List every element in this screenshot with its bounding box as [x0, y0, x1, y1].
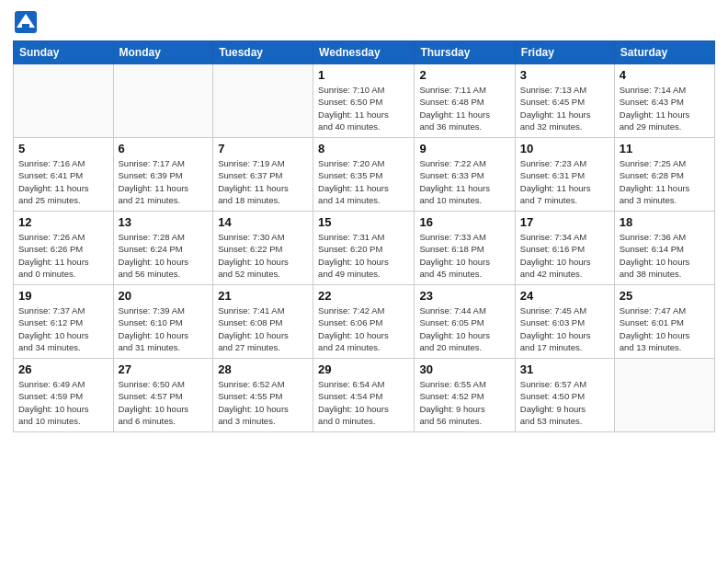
day-number: 6: [119, 142, 209, 155]
day-info: Sunrise: 6:50 AM Sunset: 4:57 PM Dayligh…: [119, 378, 209, 427]
day-info: Sunrise: 7:22 AM Sunset: 6:33 PM Dayligh…: [419, 157, 509, 206]
day-number: 17: [520, 215, 609, 229]
day-number: 7: [218, 142, 308, 155]
day-number: 2: [419, 68, 509, 82]
calendar-cell: 31Sunrise: 6:57 AM Sunset: 4:50 PM Dayli…: [515, 359, 614, 432]
day-info: Sunrise: 7:31 AM Sunset: 6:20 PM Dayligh…: [318, 231, 409, 280]
week-row-2: 12Sunrise: 7:26 AM Sunset: 6:26 PM Dayli…: [14, 212, 715, 285]
svg-rect-2: [22, 24, 29, 29]
calendar-cell: [614, 359, 714, 432]
calendar-cell: 21Sunrise: 7:41 AM Sunset: 6:08 PM Dayli…: [213, 285, 313, 359]
week-row-0: 1Sunrise: 7:10 AM Sunset: 6:50 PM Daylig…: [14, 64, 715, 138]
week-row-4: 26Sunrise: 6:49 AM Sunset: 4:59 PM Dayli…: [14, 359, 715, 432]
day-info: Sunrise: 7:41 AM Sunset: 6:08 PM Dayligh…: [218, 304, 308, 353]
weekday-header-friday: Friday: [515, 41, 614, 64]
day-number: 19: [18, 289, 108, 303]
day-info: Sunrise: 7:16 AM Sunset: 6:41 PM Dayligh…: [18, 157, 108, 206]
day-info: Sunrise: 7:11 AM Sunset: 6:48 PM Dayligh…: [419, 84, 509, 132]
page: SundayMondayTuesdayWednesdayThursdayFrid…: [0, 0, 728, 563]
day-info: Sunrise: 7:39 AM Sunset: 6:10 PM Dayligh…: [119, 304, 209, 353]
day-info: Sunrise: 7:14 AM Sunset: 6:43 PM Dayligh…: [620, 84, 710, 132]
calendar-cell: 19Sunrise: 7:37 AM Sunset: 6:12 PM Dayli…: [14, 285, 114, 359]
day-number: 22: [318, 289, 409, 303]
calendar-cell: 5Sunrise: 7:16 AM Sunset: 6:41 PM Daylig…: [14, 138, 114, 212]
calendar-cell: 17Sunrise: 7:34 AM Sunset: 6:16 PM Dayli…: [515, 212, 614, 285]
day-number: 12: [18, 215, 108, 229]
weekday-header-saturday: Saturday: [614, 41, 714, 64]
calendar-cell: 20Sunrise: 7:39 AM Sunset: 6:10 PM Dayli…: [113, 285, 213, 359]
day-info: Sunrise: 6:57 AM Sunset: 4:50 PM Dayligh…: [520, 378, 609, 427]
day-number: 5: [18, 142, 108, 155]
calendar-cell: 29Sunrise: 6:54 AM Sunset: 4:54 PM Dayli…: [313, 359, 415, 432]
calendar-cell: 24Sunrise: 7:45 AM Sunset: 6:03 PM Dayli…: [515, 285, 614, 359]
day-number: 9: [419, 142, 509, 155]
day-info: Sunrise: 7:45 AM Sunset: 6:03 PM Dayligh…: [520, 304, 609, 353]
calendar-cell: 26Sunrise: 6:49 AM Sunset: 4:59 PM Dayli…: [14, 359, 114, 432]
day-info: Sunrise: 6:49 AM Sunset: 4:59 PM Dayligh…: [18, 378, 108, 427]
week-row-1: 5Sunrise: 7:16 AM Sunset: 6:41 PM Daylig…: [14, 138, 715, 212]
calendar-cell: 11Sunrise: 7:25 AM Sunset: 6:28 PM Dayli…: [614, 138, 714, 212]
calendar-cell: 10Sunrise: 7:23 AM Sunset: 6:31 PM Dayli…: [515, 138, 614, 212]
day-number: 24: [520, 289, 609, 303]
week-row-3: 19Sunrise: 7:37 AM Sunset: 6:12 PM Dayli…: [14, 285, 715, 359]
day-info: Sunrise: 7:33 AM Sunset: 6:18 PM Dayligh…: [419, 231, 509, 280]
logo: [13, 9, 42, 35]
day-info: Sunrise: 7:17 AM Sunset: 6:39 PM Dayligh…: [119, 157, 209, 206]
day-number: 13: [119, 215, 209, 229]
day-info: Sunrise: 7:23 AM Sunset: 6:31 PM Dayligh…: [520, 157, 609, 206]
calendar-cell: 9Sunrise: 7:22 AM Sunset: 6:33 PM Daylig…: [415, 138, 515, 212]
calendar-cell: 18Sunrise: 7:36 AM Sunset: 6:14 PM Dayli…: [614, 212, 714, 285]
day-number: 8: [318, 142, 409, 155]
weekday-header-tuesday: Tuesday: [213, 41, 313, 64]
calendar-cell: 4Sunrise: 7:14 AM Sunset: 6:43 PM Daylig…: [614, 64, 714, 138]
day-info: Sunrise: 7:36 AM Sunset: 6:14 PM Dayligh…: [620, 231, 710, 280]
day-number: 18: [620, 215, 710, 229]
calendar-cell: 13Sunrise: 7:28 AM Sunset: 6:24 PM Dayli…: [113, 212, 213, 285]
day-number: 21: [218, 289, 308, 303]
day-info: Sunrise: 7:20 AM Sunset: 6:35 PM Dayligh…: [318, 157, 409, 206]
day-number: 4: [620, 68, 710, 82]
logo-icon: [13, 9, 39, 35]
weekday-header-wednesday: Wednesday: [313, 41, 415, 64]
weekday-header-monday: Monday: [113, 41, 213, 64]
day-info: Sunrise: 7:42 AM Sunset: 6:06 PM Dayligh…: [318, 304, 409, 353]
day-number: 27: [119, 362, 209, 376]
calendar-cell: 7Sunrise: 7:19 AM Sunset: 6:37 PM Daylig…: [213, 138, 313, 212]
calendar-table: SundayMondayTuesdayWednesdayThursdayFrid…: [13, 40, 715, 432]
day-info: Sunrise: 7:47 AM Sunset: 6:01 PM Dayligh…: [620, 304, 710, 353]
calendar-cell: 16Sunrise: 7:33 AM Sunset: 6:18 PM Dayli…: [415, 212, 515, 285]
weekday-header-row: SundayMondayTuesdayWednesdayThursdayFrid…: [14, 41, 715, 64]
calendar-cell: 25Sunrise: 7:47 AM Sunset: 6:01 PM Dayli…: [614, 285, 714, 359]
calendar-cell: [113, 64, 213, 138]
calendar-cell: 28Sunrise: 6:52 AM Sunset: 4:55 PM Dayli…: [213, 359, 313, 432]
day-number: 16: [419, 215, 509, 229]
day-number: 15: [318, 215, 409, 229]
day-info: Sunrise: 7:25 AM Sunset: 6:28 PM Dayligh…: [620, 157, 710, 206]
day-info: Sunrise: 6:52 AM Sunset: 4:55 PM Dayligh…: [218, 378, 308, 427]
day-info: Sunrise: 7:44 AM Sunset: 6:05 PM Dayligh…: [419, 304, 509, 353]
weekday-header-thursday: Thursday: [415, 41, 515, 64]
day-info: Sunrise: 7:28 AM Sunset: 6:24 PM Dayligh…: [119, 231, 209, 280]
day-number: 26: [18, 362, 108, 376]
calendar-cell: 6Sunrise: 7:17 AM Sunset: 6:39 PM Daylig…: [113, 138, 213, 212]
calendar-cell: 15Sunrise: 7:31 AM Sunset: 6:20 PM Dayli…: [313, 212, 415, 285]
calendar-cell: 1Sunrise: 7:10 AM Sunset: 6:50 PM Daylig…: [313, 64, 415, 138]
calendar-cell: 23Sunrise: 7:44 AM Sunset: 6:05 PM Dayli…: [415, 285, 515, 359]
day-info: Sunrise: 7:26 AM Sunset: 6:26 PM Dayligh…: [18, 231, 108, 280]
day-number: 31: [520, 362, 609, 376]
day-info: Sunrise: 7:30 AM Sunset: 6:22 PM Dayligh…: [218, 231, 308, 280]
day-number: 29: [318, 362, 409, 376]
day-info: Sunrise: 7:19 AM Sunset: 6:37 PM Dayligh…: [218, 157, 308, 206]
day-number: 23: [419, 289, 509, 303]
day-info: Sunrise: 7:34 AM Sunset: 6:16 PM Dayligh…: [520, 231, 609, 280]
calendar-cell: 8Sunrise: 7:20 AM Sunset: 6:35 PM Daylig…: [313, 138, 415, 212]
calendar-cell: 14Sunrise: 7:30 AM Sunset: 6:22 PM Dayli…: [213, 212, 313, 285]
day-info: Sunrise: 7:10 AM Sunset: 6:50 PM Dayligh…: [318, 84, 409, 132]
day-info: Sunrise: 6:55 AM Sunset: 4:52 PM Dayligh…: [419, 378, 509, 427]
calendar-cell: [14, 64, 114, 138]
day-number: 3: [520, 68, 609, 82]
weekday-header-sunday: Sunday: [14, 41, 114, 64]
day-number: 20: [119, 289, 209, 303]
day-info: Sunrise: 7:37 AM Sunset: 6:12 PM Dayligh…: [18, 304, 108, 353]
day-number: 10: [520, 142, 609, 155]
